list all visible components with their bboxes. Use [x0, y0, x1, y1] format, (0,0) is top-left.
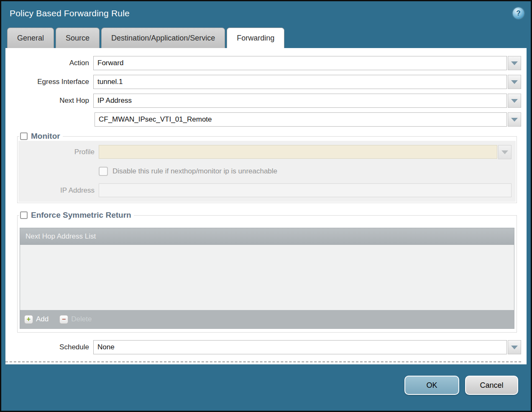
- next-hop-dropdown-button[interactable]: [508, 94, 521, 108]
- chevron-down-icon: [511, 346, 518, 349]
- tab-forwarding-label: Forwarding: [237, 34, 274, 43]
- chevron-down-icon: [511, 99, 518, 103]
- next-hop-address-select[interactable]: CF_MWAN_IPsec_VTI_01_Remote: [95, 112, 507, 127]
- symmetric-return-legend: Enforce Symmetric Return: [19, 211, 134, 220]
- action-dropdown-button[interactable]: [508, 56, 521, 70]
- next-hop-address-row: CF_MWAN_IPsec_VTI_01_Remote: [5, 112, 521, 127]
- bottom-separator: [5, 361, 521, 362]
- egress-interface-dropdown-button[interactable]: [508, 75, 521, 89]
- table-body[interactable]: [20, 245, 514, 310]
- monitor-checkbox[interactable]: [20, 132, 28, 140]
- schedule-dropdown-button[interactable]: [508, 340, 521, 354]
- next-hop-row: Next Hop IP Address: [5, 94, 521, 108]
- monitor-legend: Monitor: [19, 132, 63, 141]
- tab-bar: General Source Destination/Application/S…: [7, 28, 531, 48]
- minus-glyph: −: [62, 316, 66, 323]
- next-hop-label: Next Hop: [5, 97, 89, 105]
- schedule-row: Schedule None: [5, 340, 521, 354]
- table-header: Next Hop Address List: [20, 228, 514, 245]
- forwarding-tab-panel: Action Forward Egress Interface tunnel.1…: [5, 48, 527, 364]
- profile-select: [99, 145, 497, 159]
- cancel-button-label: Cancel: [480, 381, 503, 390]
- disable-rule-checkbox: [99, 167, 108, 176]
- tab-general[interactable]: General: [7, 28, 54, 48]
- tab-source-label: Source: [66, 34, 90, 43]
- table-toolbar: + Add − Delete: [20, 310, 514, 328]
- profile-dropdown-button: [498, 145, 512, 159]
- action-label: Action: [5, 59, 89, 67]
- next-hop-type-select[interactable]: IP Address: [93, 94, 507, 108]
- tab-source[interactable]: Source: [56, 28, 100, 48]
- delete-button-label: Delete: [71, 315, 92, 323]
- action-select[interactable]: Forward: [93, 56, 507, 70]
- add-button-label: Add: [36, 315, 49, 323]
- cancel-button[interactable]: Cancel: [465, 376, 518, 395]
- chevron-down-icon: [501, 150, 508, 154]
- ok-button-label: OK: [426, 381, 437, 390]
- plus-glyph: +: [27, 316, 31, 323]
- dialog-title: Policy Based Forwarding Rule: [10, 8, 130, 18]
- monitor-ip-address-field: [99, 183, 512, 197]
- next-hop-address-list-table: Next Hop Address List + Add − Delete: [20, 228, 514, 329]
- plus-icon: +: [24, 315, 33, 324]
- monitor-panel: Profile Disable this rule if nexthop/mon…: [18, 141, 516, 202]
- profile-label: Profile: [18, 148, 95, 156]
- ok-button[interactable]: OK: [404, 376, 459, 395]
- dialog-titlebar: Policy Based Forwarding Rule ?: [1, 1, 531, 18]
- monitor-ip-address-label: IP Address: [18, 186, 95, 195]
- monitor-section: Monitor Profile Disable this rule if nex…: [17, 132, 517, 203]
- symmetric-return-checkbox[interactable]: [20, 211, 28, 219]
- egress-interface-row: Egress Interface tunnel.1: [5, 75, 521, 89]
- dialog-footer: OK Cancel: [1, 376, 518, 395]
- minus-icon: −: [59, 315, 68, 324]
- monitor-ip-address-row: IP Address: [18, 183, 512, 197]
- profile-row: Profile: [18, 145, 512, 159]
- add-button[interactable]: + Add: [24, 315, 49, 324]
- monitor-title: Monitor: [31, 132, 60, 141]
- symmetric-return-section: Enforce Symmetric Return Next Hop Addres…: [17, 211, 517, 333]
- action-row: Action Forward: [5, 56, 521, 70]
- delete-button: − Delete: [59, 315, 92, 324]
- tab-destination-label: Destination/Application/Service: [111, 34, 215, 43]
- tab-destination-application-service[interactable]: Destination/Application/Service: [101, 28, 225, 48]
- help-icon[interactable]: ?: [513, 8, 524, 19]
- next-hop-address-dropdown-button[interactable]: [508, 112, 521, 127]
- egress-interface-label: Egress Interface: [5, 78, 89, 86]
- chevron-down-icon: [511, 118, 518, 122]
- schedule-select[interactable]: None: [93, 340, 507, 354]
- schedule-label: Schedule: [5, 343, 89, 351]
- disable-rule-row: Disable this rule if nexthop/monitor ip …: [99, 167, 512, 176]
- disable-rule-label: Disable this rule if nexthop/monitor ip …: [113, 167, 277, 175]
- tab-forwarding[interactable]: Forwarding: [227, 28, 284, 48]
- chevron-down-icon: [511, 80, 518, 84]
- help-glyph: ?: [516, 9, 520, 18]
- symmetric-return-title: Enforce Symmetric Return: [31, 211, 131, 220]
- tab-general-label: General: [17, 34, 44, 43]
- chevron-down-icon: [511, 61, 518, 65]
- egress-interface-select[interactable]: tunnel.1: [93, 75, 507, 89]
